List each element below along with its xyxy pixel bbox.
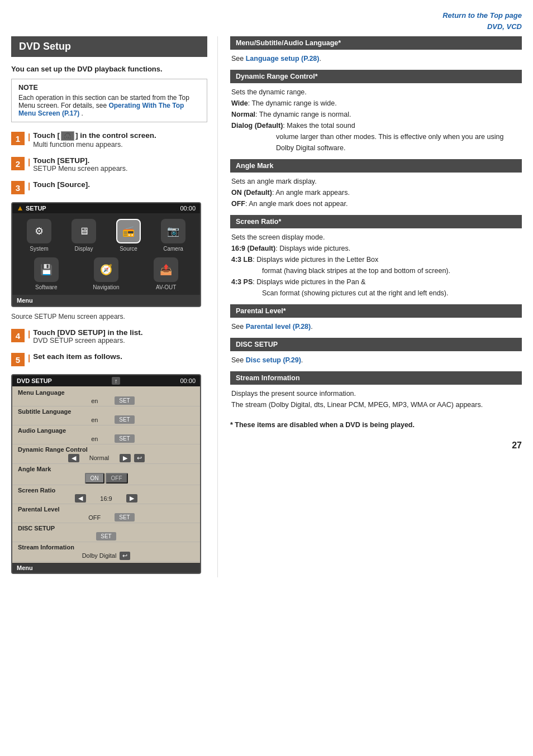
dvd-row-angle-mark: Angle Mark ON OFF [12, 464, 200, 485]
body-menu-language: See Language setup (P.28). [230, 53, 522, 64]
step-3: 3 | Touch [Source]. [11, 180, 207, 194]
step-5-number: 5 [11, 353, 25, 366]
step-4-main: Touch [DVD SETUP] in the list. [33, 328, 142, 337]
dvd-arrow-right-dynamic[interactable]: ▶ [120, 454, 131, 462]
option-on-default: ON (Default) [231, 189, 272, 197]
setup-icon-source[interactable]: 📻 Source [116, 219, 141, 252]
dvd-val-menu-language: en [78, 398, 111, 404]
dvd-row-dynamic-range: Dynamic Range Control ◀ Normal ▶ ↩ [12, 444, 200, 464]
step-1-bar: | [28, 132, 30, 141]
option-43ps-indent: Scan format (showing pictures cut at the… [262, 288, 521, 299]
option-dialog: Dialog (Default) [231, 122, 283, 130]
top-link[interactable]: Return to the Top page DVD, VCD [11, 10, 522, 32]
option-43lb-indent: format (having black stripes at the top … [262, 265, 521, 276]
source-label: Source [120, 246, 137, 252]
step-5-bar: | [28, 353, 30, 362]
right-column: Menu/Subtitle/Audio Language* See Langua… [218, 36, 522, 577]
navigation-icon: 🧭 [94, 257, 118, 282]
dvd-set-menu-language[interactable]: SET [115, 396, 134, 405]
dvd-val-dynamic-range: Normal [83, 454, 116, 461]
dvd-row-parental-level: Parental Level OFF SET [12, 504, 200, 523]
dvd-back-dynamic[interactable]: ↩ [134, 454, 145, 462]
source-icon: 📻 [116, 219, 141, 243]
avout-icon: 📤 [154, 257, 178, 282]
footnote: * These items are disabled when a DVD is… [230, 419, 522, 430]
link-disc-setup[interactable]: Disc setup (P.29) [246, 356, 301, 364]
software-label: Software [35, 284, 57, 290]
setup-screen-header: SETUP 00:00 [12, 203, 200, 213]
link-language-setup[interactable]: Language setup (P.28) [246, 55, 320, 63]
dvd-set-audio-language[interactable]: SET [115, 434, 134, 443]
dvd-val-parental-level: OFF [78, 514, 111, 521]
dvd-val-subtitle-language: en [78, 417, 111, 423]
step-5-content: Set each item as follows. [33, 352, 122, 361]
note-title: NOTE [18, 84, 200, 92]
svg-marker-0 [18, 206, 22, 210]
setup-icon-avout[interactable]: 📤 AV-OUT [154, 257, 178, 290]
step-2-main: Touch [SETUP]. [33, 156, 127, 165]
dvd-label-parental-level: Parental Level [18, 506, 194, 513]
dvd-screen-footer[interactable]: Menu [12, 563, 200, 573]
step-4: 4 | Touch [DVD SETUP] in the list. DVD S… [11, 328, 207, 344]
option-normal: Normal [231, 111, 255, 118]
note-box: NOTE Each operation in this section can … [11, 79, 207, 122]
dvd-label-audio-language: Audio Language [18, 427, 194, 434]
step-3-main: Touch [Source]. [33, 180, 90, 189]
dvd-setup-screen-time: 00:00 [180, 377, 196, 384]
body-angle-mark: Sets an angle mark display. ON (Default)… [230, 176, 522, 209]
setup-icon-display[interactable]: 🖥 Display [72, 219, 96, 252]
header-stream-info: Stream Information [230, 371, 522, 385]
header-screen-ratio: Screen Ratio* [230, 215, 522, 228]
dvd-value-stream-info: Dolby Digital ↩ [18, 551, 194, 560]
body-dynamic-range: Sets the dynamic range. Wide: The dynami… [230, 87, 522, 154]
dvd-arrow-left-dynamic[interactable]: ◀ [68, 454, 79, 462]
dvd-val-screen-ratio: 16:9 [89, 495, 123, 502]
step-1-main: Touch [🎧] in the control screen. [33, 131, 156, 141]
header-angle-mark: Angle Mark [230, 159, 522, 173]
control-icon: 🎧 [61, 131, 74, 141]
link-parental-level[interactable]: Parental level (P.28) [246, 323, 311, 331]
option-43ps: 4:3 PS [231, 278, 253, 286]
dvd-setup-subtitle: You can set up the DVD playback function… [11, 65, 207, 73]
dvd-row-subtitle-language: Subtitle Language en SET [12, 406, 200, 425]
option-wide: Wide [231, 99, 248, 107]
header-parental-level: Parental Level* [230, 304, 522, 318]
dvd-value-angle-mark: ON OFF [18, 473, 194, 484]
top-link-line1[interactable]: Return to the Top page [11, 10, 522, 21]
setup-icon-camera[interactable]: 📷 Camera [161, 219, 185, 252]
setup-icon-system[interactable]: ⚙ System [27, 219, 51, 252]
setup-screen-footer[interactable]: Menu [12, 295, 200, 306]
dvd-arrow-right-ratio[interactable]: ▶ [126, 494, 137, 503]
setup-icon-software[interactable]: 💾 Software [34, 257, 59, 290]
setup-icons-row-2: 💾 Software 🧭 Navigation 📤 AV-OUT [12, 255, 200, 295]
setup-screen-time: 00:00 [180, 205, 196, 212]
dvd-value-dynamic-range: ◀ Normal ▶ ↩ [18, 453, 194, 462]
setup-icon-navigation[interactable]: 🧭 Navigation [93, 257, 119, 290]
option-dialog-indent: volume larger than other modes. This is … [276, 131, 521, 154]
dvd-on-angle[interactable]: ON [85, 473, 104, 484]
system-label: System [30, 246, 48, 252]
dvd-set-parental-level[interactable]: SET [115, 513, 134, 521]
step-3-number: 3 [11, 181, 25, 194]
step-1: 1 | Touch [🎧] in the control screen. Mul… [11, 131, 207, 149]
step-2-number: 2 [11, 157, 25, 170]
step-1-content: Touch [🎧] in the control screen. Multi f… [33, 131, 156, 149]
dvd-setup-screen: DVD SETUP ↑ 00:00 Menu Language en SET [11, 374, 201, 574]
dvd-label-angle-mark: Angle Mark [18, 466, 194, 472]
top-link-line2[interactable]: DVD, VCD [11, 21, 522, 32]
dvd-off-angle[interactable]: OFF [106, 473, 128, 484]
option-off-angle: OFF [231, 200, 245, 208]
dvd-arrow-left-ratio[interactable]: ◀ [75, 494, 86, 503]
dvd-set-subtitle-language[interactable]: SET [115, 415, 134, 424]
step-2: 2 | Touch [SETUP]. SETUP Menu screen app… [11, 156, 207, 173]
step-5: 5 | Set each item as follows. [11, 352, 207, 366]
body-screen-ratio: Sets the screen display mode. 16:9 (Defa… [230, 232, 522, 299]
dvd-back-stream[interactable]: ↩ [120, 552, 130, 560]
step-3-content: Touch [Source]. [33, 180, 90, 189]
body-parental-level: See Parental level (P.28). [230, 321, 522, 332]
left-column: DVD Setup You can set up the DVD playbac… [11, 36, 218, 577]
dvd-row-stream-info: Stream Information Dolby Digital ↩ [12, 542, 200, 562]
dvd-row-menu-language: Menu Language en SET [12, 387, 200, 406]
dvd-set-disc-setup[interactable]: SET [96, 532, 116, 540]
dvd-row-disc-setup: DISC SETUP SET [12, 523, 200, 542]
